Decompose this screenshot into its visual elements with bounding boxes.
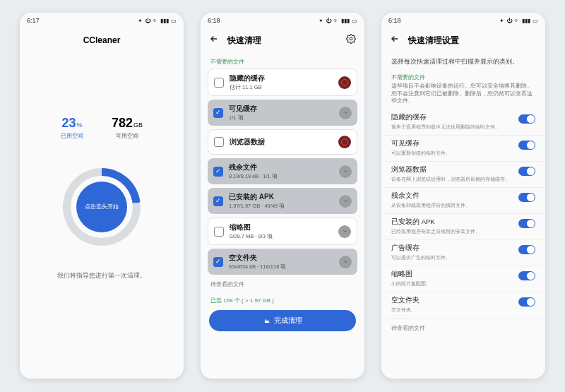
setting-row[interactable]: 已安装的 APK已经应用程序安装之后残留的安装文件。: [381, 214, 545, 240]
screen-home: 6:17 ✦⏻ᯤ▮▮▮▭ CCleaner 23% 已用空间 782GB 可用空…: [20, 13, 184, 379]
clean-item[interactable]: 空文件夹634/634 kB · 118/118 项: [208, 249, 357, 275]
setting-sub: 可以提供广告的临时文件。: [391, 254, 513, 261]
finish-button-label: 完成清理: [274, 316, 302, 326]
used-stat: 23% 已用空间: [61, 116, 83, 140]
setting-title: 缩略图: [391, 270, 513, 279]
item-title: 隐藏的缓存: [230, 73, 333, 83]
progress-ring: 点击选头开始: [20, 168, 184, 246]
used-pct: 23: [61, 116, 76, 130]
checkbox[interactable]: [213, 167, 223, 177]
setting-row[interactable]: 浏览器数据设备在网上浏览或使用时，浏览器所依赖的存储缓存。: [381, 162, 545, 188]
status-time: 6:17: [27, 17, 40, 24]
setting-title: 已安装的 APK: [391, 218, 513, 227]
setting-row[interactable]: 空文件夹空文件夹。: [381, 292, 545, 319]
setting-row[interactable]: 隐藏的缓存预售于应用程序卸载中无法使用删除的临时文件。: [381, 109, 545, 136]
used-label: 已用空间: [61, 132, 83, 140]
item-sub: 8.19/8.19 kB · 1/1 项: [229, 173, 333, 180]
finish-button[interactable]: 完成清理: [209, 310, 356, 331]
setting-row[interactable]: 残余文件从设备卸载应用程序后的残留文件。: [381, 188, 545, 214]
setting-text: 缩略图小的照片复配图。: [391, 270, 513, 287]
toggle-switch[interactable]: [518, 167, 535, 176]
item-text: 缩略图0/28.7 MB · 0/3 项: [230, 222, 333, 240]
storage-stats: 23% 已用空间 782GB 可用空间: [20, 116, 184, 140]
setting-sub: 从设备卸载应用程序后的残留文件。: [391, 202, 513, 209]
tip-text: 我们将指导您进行第一次清理。: [20, 271, 184, 280]
chevron-down-icon[interactable]: [339, 195, 352, 208]
free-label: 可用空间: [112, 132, 143, 140]
warning-icon[interactable]: [338, 76, 351, 89]
setting-text: 可见缓存可以重新创建的临时文件。: [391, 139, 513, 157]
app-title: CCleaner: [83, 35, 121, 45]
setting-title: 浏览器数据: [391, 165, 513, 174]
toggle-switch[interactable]: [518, 141, 535, 150]
app-title: 快速清理: [227, 35, 338, 47]
checkbox[interactable]: [213, 257, 223, 267]
setting-text: 广告缓存可以提供广告的临时文件。: [391, 244, 513, 261]
free-stat: 782GB 可用空间: [112, 116, 143, 140]
clean-item[interactable]: 可见缓存1/1 项: [208, 100, 357, 126]
item-text: 空文件夹634/634 kB · 118/118 项: [229, 253, 333, 271]
item-title: 已安装的 APK: [229, 192, 333, 202]
item-title: 可见缓存: [229, 104, 333, 114]
item-title: 浏览器数据: [230, 137, 333, 147]
status-time: 6:18: [208, 17, 220, 24]
clean-item[interactable]: 隐藏的缓存估计 11.1 GB: [208, 69, 357, 96]
chevron-down-icon[interactable]: [339, 165, 352, 178]
clean-items: 隐藏的缓存估计 11.1 GB可见缓存1/1 项浏览器数据残余文件8.19/8.…: [201, 69, 364, 275]
scan-button[interactable]: 点击选头开始: [76, 182, 127, 232]
checkbox[interactable]: [213, 196, 223, 206]
checkbox[interactable]: [213, 108, 223, 118]
item-text: 可见缓存1/1 项: [229, 104, 333, 121]
toggle-switch[interactable]: [518, 219, 535, 228]
warning-icon[interactable]: [338, 136, 351, 148]
toggle-switch[interactable]: [518, 193, 535, 202]
app-bar: CCleaner: [20, 28, 184, 52]
status-icons: ✦⏻ᯤ▮▮▮▭: [138, 18, 177, 24]
setting-sub: 小的照片复配图。: [391, 280, 513, 287]
setting-row[interactable]: 可见缓存可以重新创建的临时文件。: [381, 136, 545, 162]
setting-sub: 可以重新创建的临时文件。: [391, 150, 513, 157]
gear-icon[interactable]: [346, 34, 356, 47]
setting-text: 浏览器数据设备在网上浏览或使用时，浏览器所依赖的存储缓存。: [391, 165, 513, 183]
setting-title: 空文件夹: [391, 296, 513, 305]
setting-title: 可见缓存: [391, 139, 513, 148]
item-title: 缩略图: [230, 222, 333, 232]
checkbox[interactable]: [214, 78, 224, 88]
clean-item[interactable]: 已安装的 APK1.97/1.97 GB · 49/49 项: [208, 188, 357, 214]
intro-text: 选择每次快速清理过程中扫描并显示的类别。: [381, 52, 545, 69]
scan-summary: 已选 169 个 ( > 1.97 GB ): [201, 291, 364, 307]
toggle-switch[interactable]: [518, 245, 535, 254]
section-unneeded: 不需要的文件: [201, 52, 364, 69]
item-text: 隐藏的缓存估计 11.1 GB: [230, 73, 333, 91]
chevron-down-icon[interactable]: [339, 256, 352, 268]
item-sub: 634/634 kB · 118/118 项: [229, 263, 333, 271]
app-bar: 快速清理设置: [381, 28, 545, 52]
clean-item[interactable]: 浏览器数据: [208, 129, 357, 155]
clean-item[interactable]: 残余文件8.19/8.19 kB · 1/1 项: [208, 158, 357, 184]
setting-text: 隐藏的缓存预售于应用程序卸载中无法使用删除的临时文件。: [391, 113, 513, 131]
used-pct-unit: %: [76, 121, 82, 129]
toggle-switch[interactable]: [518, 114, 535, 124]
setting-title: 残余文件: [391, 191, 513, 201]
item-text: 浏览器数据: [230, 137, 333, 147]
status-icons: ✦⏻ᯤ▮▮▮▭: [319, 18, 357, 24]
section-review: 待查看的文件: [381, 319, 545, 335]
chevron-down-icon[interactable]: [339, 107, 352, 119]
checkbox[interactable]: [214, 137, 224, 147]
item-text: 残余文件8.19/8.19 kB · 1/1 项: [229, 162, 333, 180]
toggle-switch[interactable]: [518, 297, 535, 307]
setting-row[interactable]: 广告缓存可以提供广告的临时文件。: [381, 240, 545, 266]
setting-row[interactable]: 缩略图小的照片复配图。: [381, 266, 545, 292]
free-unit: GB: [133, 121, 143, 129]
item-sub: 1.97/1.97 GB · 49/49 项: [229, 203, 333, 210]
clean-item[interactable]: 缩略图0/28.7 MB · 0/3 项: [208, 218, 357, 245]
toggle-switch[interactable]: [518, 271, 535, 280]
setting-title: 隐藏的缓存: [391, 113, 513, 122]
back-icon[interactable]: [209, 34, 219, 47]
app-title: 快速清理设置: [408, 35, 537, 47]
app-bar: 快速清理: [201, 28, 364, 52]
section-review: 待查看的文件: [201, 275, 364, 291]
chevron-down-icon[interactable]: [338, 225, 351, 238]
back-icon[interactable]: [390, 34, 400, 47]
checkbox[interactable]: [214, 227, 224, 237]
